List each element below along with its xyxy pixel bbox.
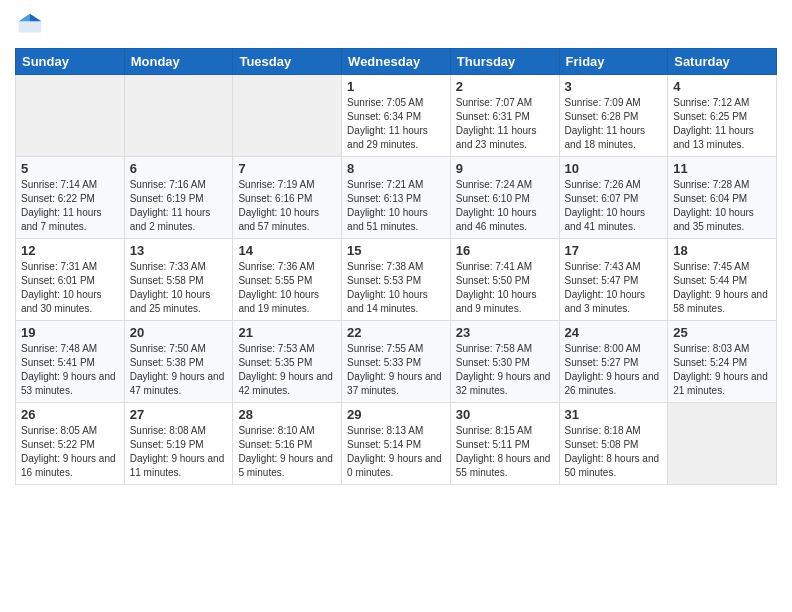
day-info: Sunrise: 7:07 AMSunset: 6:31 PMDaylight:… xyxy=(456,96,554,152)
day-number: 16 xyxy=(456,243,554,258)
day-info: Sunrise: 7:48 AMSunset: 5:41 PMDaylight:… xyxy=(21,342,119,398)
day-number: 26 xyxy=(21,407,119,422)
day-info: Sunrise: 8:08 AMSunset: 5:19 PMDaylight:… xyxy=(130,424,228,480)
calendar-cell: 23Sunrise: 7:58 AMSunset: 5:30 PMDayligh… xyxy=(450,321,559,403)
calendar-cell: 29Sunrise: 8:13 AMSunset: 5:14 PMDayligh… xyxy=(342,403,451,485)
calendar-cell: 19Sunrise: 7:48 AMSunset: 5:41 PMDayligh… xyxy=(16,321,125,403)
day-info: Sunrise: 7:38 AMSunset: 5:53 PMDaylight:… xyxy=(347,260,445,316)
calendar-cell: 25Sunrise: 8:03 AMSunset: 5:24 PMDayligh… xyxy=(668,321,777,403)
calendar-cell: 9Sunrise: 7:24 AMSunset: 6:10 PMDaylight… xyxy=(450,157,559,239)
day-info: Sunrise: 7:36 AMSunset: 5:55 PMDaylight:… xyxy=(238,260,336,316)
day-number: 13 xyxy=(130,243,228,258)
calendar-cell: 17Sunrise: 7:43 AMSunset: 5:47 PMDayligh… xyxy=(559,239,668,321)
day-info: Sunrise: 8:00 AMSunset: 5:27 PMDaylight:… xyxy=(565,342,663,398)
calendar-cell: 12Sunrise: 7:31 AMSunset: 6:01 PMDayligh… xyxy=(16,239,125,321)
day-number: 25 xyxy=(673,325,771,340)
day-number: 4 xyxy=(673,79,771,94)
calendar-week-row: 26Sunrise: 8:05 AMSunset: 5:22 PMDayligh… xyxy=(16,403,777,485)
weekday-header-friday: Friday xyxy=(559,49,668,75)
day-info: Sunrise: 7:21 AMSunset: 6:13 PMDaylight:… xyxy=(347,178,445,234)
day-number: 29 xyxy=(347,407,445,422)
calendar-cell: 15Sunrise: 7:38 AMSunset: 5:53 PMDayligh… xyxy=(342,239,451,321)
day-number: 6 xyxy=(130,161,228,176)
calendar-cell: 30Sunrise: 8:15 AMSunset: 5:11 PMDayligh… xyxy=(450,403,559,485)
day-info: Sunrise: 7:16 AMSunset: 6:19 PMDaylight:… xyxy=(130,178,228,234)
day-info: Sunrise: 8:10 AMSunset: 5:16 PMDaylight:… xyxy=(238,424,336,480)
calendar-week-row: 1Sunrise: 7:05 AMSunset: 6:34 PMDaylight… xyxy=(16,75,777,157)
day-number: 2 xyxy=(456,79,554,94)
calendar-cell: 11Sunrise: 7:28 AMSunset: 6:04 PMDayligh… xyxy=(668,157,777,239)
day-info: Sunrise: 8:15 AMSunset: 5:11 PMDaylight:… xyxy=(456,424,554,480)
day-number: 15 xyxy=(347,243,445,258)
day-info: Sunrise: 7:31 AMSunset: 6:01 PMDaylight:… xyxy=(21,260,119,316)
calendar-cell: 22Sunrise: 7:55 AMSunset: 5:33 PMDayligh… xyxy=(342,321,451,403)
day-info: Sunrise: 7:45 AMSunset: 5:44 PMDaylight:… xyxy=(673,260,771,316)
calendar-cell xyxy=(668,403,777,485)
day-number: 10 xyxy=(565,161,663,176)
day-info: Sunrise: 7:09 AMSunset: 6:28 PMDaylight:… xyxy=(565,96,663,152)
svg-marker-3 xyxy=(19,14,30,22)
calendar: SundayMondayTuesdayWednesdayThursdayFrid… xyxy=(15,48,777,485)
calendar-week-row: 5Sunrise: 7:14 AMSunset: 6:22 PMDaylight… xyxy=(16,157,777,239)
calendar-cell xyxy=(124,75,233,157)
day-number: 23 xyxy=(456,325,554,340)
day-number: 7 xyxy=(238,161,336,176)
day-number: 18 xyxy=(673,243,771,258)
day-number: 12 xyxy=(21,243,119,258)
calendar-cell: 8Sunrise: 7:21 AMSunset: 6:13 PMDaylight… xyxy=(342,157,451,239)
calendar-cell: 26Sunrise: 8:05 AMSunset: 5:22 PMDayligh… xyxy=(16,403,125,485)
logo xyxy=(15,10,49,40)
calendar-cell: 31Sunrise: 8:18 AMSunset: 5:08 PMDayligh… xyxy=(559,403,668,485)
calendar-cell: 2Sunrise: 7:07 AMSunset: 6:31 PMDaylight… xyxy=(450,75,559,157)
calendar-cell: 10Sunrise: 7:26 AMSunset: 6:07 PMDayligh… xyxy=(559,157,668,239)
day-info: Sunrise: 7:28 AMSunset: 6:04 PMDaylight:… xyxy=(673,178,771,234)
day-info: Sunrise: 7:53 AMSunset: 5:35 PMDaylight:… xyxy=(238,342,336,398)
weekday-header-row: SundayMondayTuesdayWednesdayThursdayFrid… xyxy=(16,49,777,75)
calendar-cell: 24Sunrise: 8:00 AMSunset: 5:27 PMDayligh… xyxy=(559,321,668,403)
day-info: Sunrise: 7:24 AMSunset: 6:10 PMDaylight:… xyxy=(456,178,554,234)
day-info: Sunrise: 7:33 AMSunset: 5:58 PMDaylight:… xyxy=(130,260,228,316)
day-number: 1 xyxy=(347,79,445,94)
weekday-header-sunday: Sunday xyxy=(16,49,125,75)
calendar-cell xyxy=(233,75,342,157)
weekday-header-tuesday: Tuesday xyxy=(233,49,342,75)
day-number: 24 xyxy=(565,325,663,340)
header xyxy=(15,10,777,40)
day-info: Sunrise: 7:19 AMSunset: 6:16 PMDaylight:… xyxy=(238,178,336,234)
calendar-cell: 4Sunrise: 7:12 AMSunset: 6:25 PMDaylight… xyxy=(668,75,777,157)
day-number: 17 xyxy=(565,243,663,258)
calendar-cell: 16Sunrise: 7:41 AMSunset: 5:50 PMDayligh… xyxy=(450,239,559,321)
calendar-week-row: 19Sunrise: 7:48 AMSunset: 5:41 PMDayligh… xyxy=(16,321,777,403)
day-info: Sunrise: 7:05 AMSunset: 6:34 PMDaylight:… xyxy=(347,96,445,152)
calendar-cell: 27Sunrise: 8:08 AMSunset: 5:19 PMDayligh… xyxy=(124,403,233,485)
calendar-cell: 7Sunrise: 7:19 AMSunset: 6:16 PMDaylight… xyxy=(233,157,342,239)
day-info: Sunrise: 7:26 AMSunset: 6:07 PMDaylight:… xyxy=(565,178,663,234)
calendar-cell xyxy=(16,75,125,157)
day-number: 11 xyxy=(673,161,771,176)
logo-icon xyxy=(15,10,45,40)
day-info: Sunrise: 7:43 AMSunset: 5:47 PMDaylight:… xyxy=(565,260,663,316)
day-info: Sunrise: 8:03 AMSunset: 5:24 PMDaylight:… xyxy=(673,342,771,398)
day-number: 30 xyxy=(456,407,554,422)
day-number: 28 xyxy=(238,407,336,422)
calendar-cell: 1Sunrise: 7:05 AMSunset: 6:34 PMDaylight… xyxy=(342,75,451,157)
weekday-header-saturday: Saturday xyxy=(668,49,777,75)
day-info: Sunrise: 8:18 AMSunset: 5:08 PMDaylight:… xyxy=(565,424,663,480)
day-info: Sunrise: 7:14 AMSunset: 6:22 PMDaylight:… xyxy=(21,178,119,234)
page: SundayMondayTuesdayWednesdayThursdayFrid… xyxy=(0,0,792,495)
day-number: 5 xyxy=(21,161,119,176)
day-number: 19 xyxy=(21,325,119,340)
weekday-header-wednesday: Wednesday xyxy=(342,49,451,75)
calendar-cell: 28Sunrise: 8:10 AMSunset: 5:16 PMDayligh… xyxy=(233,403,342,485)
day-info: Sunrise: 7:55 AMSunset: 5:33 PMDaylight:… xyxy=(347,342,445,398)
svg-marker-2 xyxy=(30,14,41,22)
day-number: 27 xyxy=(130,407,228,422)
calendar-cell: 14Sunrise: 7:36 AMSunset: 5:55 PMDayligh… xyxy=(233,239,342,321)
day-info: Sunrise: 7:50 AMSunset: 5:38 PMDaylight:… xyxy=(130,342,228,398)
day-info: Sunrise: 7:41 AMSunset: 5:50 PMDaylight:… xyxy=(456,260,554,316)
calendar-cell: 18Sunrise: 7:45 AMSunset: 5:44 PMDayligh… xyxy=(668,239,777,321)
calendar-cell: 5Sunrise: 7:14 AMSunset: 6:22 PMDaylight… xyxy=(16,157,125,239)
day-number: 3 xyxy=(565,79,663,94)
day-info: Sunrise: 7:58 AMSunset: 5:30 PMDaylight:… xyxy=(456,342,554,398)
day-info: Sunrise: 8:05 AMSunset: 5:22 PMDaylight:… xyxy=(21,424,119,480)
